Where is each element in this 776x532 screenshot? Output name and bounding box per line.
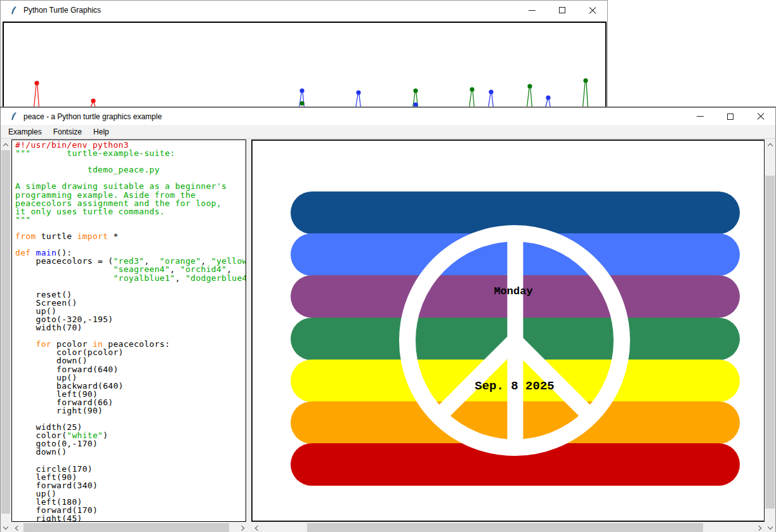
menu-bar: ExamplesFontsizeHelp [1, 125, 775, 139]
background-window-title: Python Turtle Graphics [23, 6, 101, 15]
turtle-figure [299, 101, 304, 105]
chevron-right-icon [756, 525, 761, 530]
scroll-down-button[interactable] [765, 522, 775, 532]
python-feather-icon [10, 6, 18, 15]
code-line: right(90) [15, 406, 246, 415]
code-line: from turtle import * [15, 232, 246, 240]
canvas-vertical-scrollbar[interactable] [765, 139, 775, 532]
code-line: down() [15, 448, 246, 456]
close-icon [757, 113, 765, 120]
peace-drawing-canvas: MondaySep. 8 2025 [251, 139, 765, 522]
minimize-icon [529, 10, 536, 11]
scroll-up-button[interactable] [765, 139, 775, 150]
minimize-button[interactable] [527, 6, 536, 15]
chevron-down-icon [767, 524, 772, 529]
peace-symbol [253, 141, 764, 521]
maximize-icon [727, 114, 733, 120]
turtle-graphics-canvas [3, 22, 607, 110]
code-text[interactable]: #!/usr/bin/env python3""" turtle-example… [11, 139, 246, 522]
peace-left-diagonal [438, 341, 515, 417]
code-line: width(70) [15, 323, 246, 332]
scroll-right-button[interactable] [237, 522, 248, 532]
scroll-up-button[interactable] [1, 139, 11, 150]
menu-item-examples[interactable]: Examples [7, 126, 43, 138]
turtle-figure [527, 84, 532, 108]
code-line: "royalblue1", "dodgerblue4") [15, 274, 246, 282]
maximize-button[interactable] [726, 112, 735, 121]
canvas-label-monday: Monday [494, 285, 532, 297]
canvas-horizontal-scrollbar[interactable] [251, 522, 765, 532]
background-window-controls [527, 1, 597, 20]
chevron-up-icon [767, 143, 772, 148]
minimize-icon [697, 116, 704, 117]
desktop: { "background_window": { "title": "Pytho… [0, 0, 776, 532]
minimize-button[interactable] [695, 112, 704, 121]
code-line: """ [15, 216, 246, 224]
turtle-figures [4, 23, 605, 110]
peace-window-title: peace - a Python turtle graphics example [23, 112, 162, 121]
scroll-left-button[interactable] [251, 522, 262, 532]
turtle-figure [356, 90, 361, 108]
chevron-left-icon [255, 525, 260, 530]
turtle-figure [583, 78, 588, 108]
code-line: right(45) [15, 514, 246, 522]
turtle-figure [489, 89, 494, 108]
turtle-figure [470, 87, 475, 108]
chevron-down-icon [3, 524, 8, 529]
code-line: tdemo_peace.py [15, 165, 246, 174]
peace-window: peace - a Python turtle graphics example… [0, 107, 776, 532]
scroll-down-button[interactable] [1, 522, 11, 532]
window-content: #!/usr/bin/env python3""" turtle-example… [1, 139, 775, 532]
turtle-figure [34, 81, 39, 108]
background-window-titlebar[interactable]: Python Turtle Graphics [1, 1, 607, 20]
scrollbar-thumb[interactable] [307, 523, 703, 532]
close-button[interactable] [756, 112, 765, 121]
menu-item-help[interactable]: Help [92, 126, 110, 138]
peace-window-controls [695, 108, 765, 125]
chevron-right-icon [239, 525, 244, 530]
canvas-label-sep-8-2025: Sep. 8 2025 [475, 379, 554, 393]
background-window: Python Turtle Graphics [0, 0, 608, 109]
scrollbar-thumb[interactable] [1, 150, 10, 514]
scrollbar-thumb[interactable] [765, 176, 775, 509]
code-line: it only uses turtle commands. [15, 207, 246, 216]
maximize-icon [559, 7, 565, 13]
chevron-left-icon [15, 525, 20, 530]
close-icon [589, 6, 596, 14]
code-vertical-scrollbar[interactable] [1, 139, 11, 532]
scroll-left-button[interactable] [11, 522, 22, 532]
code-horizontal-scrollbar[interactable] [11, 522, 248, 532]
scrollbar-thumb[interactable] [23, 523, 229, 532]
peace-window-titlebar[interactable]: peace - a Python turtle graphics example [1, 108, 775, 125]
menu-item-fontsize[interactable]: Fontsize [52, 126, 83, 138]
code-line: """ turtle-example-suite: [15, 149, 246, 157]
chevron-up-icon [3, 143, 8, 148]
python-feather-icon [10, 112, 18, 121]
maximize-button[interactable] [558, 6, 567, 15]
peace-right-diagonal [515, 341, 591, 417]
close-button[interactable] [588, 6, 597, 15]
scroll-right-button[interactable] [754, 522, 765, 532]
